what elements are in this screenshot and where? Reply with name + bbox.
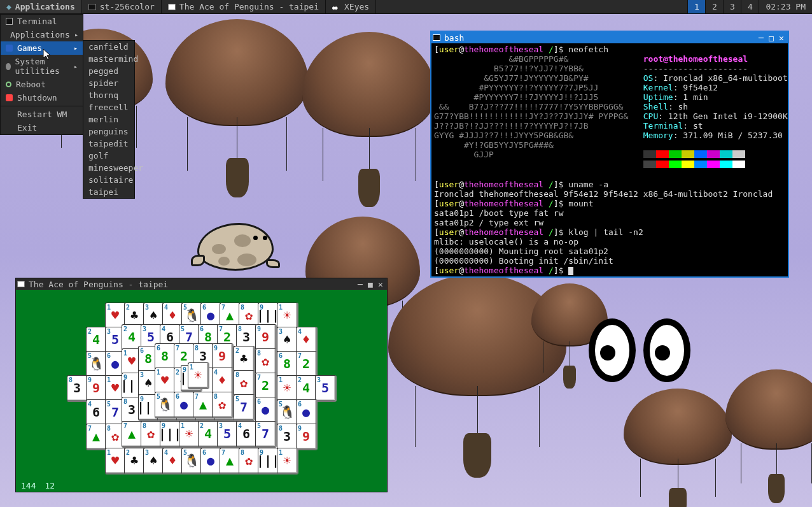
taskbar-task-taipei[interactable]: The Ace of Penguins - taipei xyxy=(162,0,326,13)
terminal-body[interactable]: [user@thehomeoftheseal /]$ neofetch &#BG… xyxy=(431,43,788,276)
games-submenu-item-taipei[interactable]: taipei xyxy=(83,186,134,198)
mahjong-tile[interactable]: 4♦ xyxy=(296,327,318,353)
mahjong-tile[interactable]: 6● xyxy=(255,397,277,424)
mahjong-tile[interactable]: 35 xyxy=(315,375,337,402)
taskbar-applications-button[interactable]: ◆ Applications xyxy=(0,0,82,13)
mahjong-tile[interactable]: 5🐧 xyxy=(86,351,108,378)
mahjong-tile[interactable]: 9||| xyxy=(160,421,181,448)
mahjong-tile[interactable]: 1♥ xyxy=(155,368,176,394)
window-icon xyxy=(168,4,176,10)
mahjong-tile[interactable]: 4♦ xyxy=(162,448,184,475)
mahjong-tile[interactable]: 35 xyxy=(217,421,239,448)
window-icon xyxy=(17,281,25,287)
games-submenu-item-freecell[interactable]: freecell xyxy=(83,101,134,113)
menu-item-exit[interactable]: Exit xyxy=(1,121,83,134)
mahjong-tile[interactable]: 1♥ xyxy=(105,448,127,475)
mahjong-tile[interactable]: 6● xyxy=(200,448,222,475)
taipei-titlebar[interactable]: The Ace of Penguins - taipei ─ ■ ✕ xyxy=(16,278,387,290)
seal-mascot xyxy=(191,220,283,274)
mahjong-tile[interactable]: 7▲ xyxy=(193,392,214,418)
mahjong-tile[interactable]: 24 xyxy=(296,375,318,402)
menu-item-terminal[interactable]: Terminal xyxy=(1,15,83,28)
menu-item-restart-wm[interactable]: Restart WM xyxy=(1,108,83,121)
mahjong-tile[interactable]: 99 xyxy=(212,343,234,370)
maximize-button[interactable]: ■ xyxy=(365,280,375,289)
menu-item-system-utilities[interactable]: System utilities▸ xyxy=(1,55,83,78)
games-submenu-item-penguins[interactable]: penguins xyxy=(83,125,134,138)
menu-item-reboot[interactable]: Reboot xyxy=(1,78,83,91)
mahjong-tile[interactable]: 2♣ xyxy=(124,448,146,475)
mahjong-tile[interactable]: 8✿ xyxy=(255,348,277,375)
maximize-button[interactable]: □ xyxy=(766,33,776,43)
wallpaper-parachute xyxy=(165,19,309,197)
taipei-window[interactable]: The Ace of Penguins - taipei ─ ■ ✕ 1♥2♣3… xyxy=(15,278,388,492)
taskbar-desktop-2[interactable]: 2 xyxy=(705,0,723,13)
taskbar-task-st[interactable]: st-256color xyxy=(82,0,162,13)
menu-item-shutdown[interactable]: Shutdown xyxy=(1,91,83,104)
minimize-button[interactable]: ─ xyxy=(355,280,365,289)
mahjong-tile[interactable]: 99 xyxy=(86,375,108,402)
close-button[interactable]: ✕ xyxy=(375,280,386,289)
games-submenu-item-pegged[interactable]: pegged xyxy=(83,65,134,77)
menu-item-applications[interactable]: Applications▸ xyxy=(1,28,83,41)
mahjong-tile[interactable]: 3♠ xyxy=(143,448,165,475)
mahjong-tile[interactable]: 1☀ xyxy=(277,375,298,402)
mahjong-tile[interactable]: 57 xyxy=(234,394,255,421)
mahjong-tile[interactable]: 72 xyxy=(296,351,318,378)
mahjong-tile[interactable]: 8✿ xyxy=(234,370,255,397)
menu-item-label: Terminal xyxy=(17,17,57,26)
games-submenu-item-spider[interactable]: spider xyxy=(83,77,134,89)
mahjong-tile[interactable]: 83 xyxy=(277,424,298,450)
games-submenu-item-mastermind[interactable]: mastermind xyxy=(83,53,134,65)
games-submenu-item-thornq[interactable]: thornq xyxy=(83,89,134,101)
mahjong-tile[interactable]: 57 xyxy=(255,421,277,448)
mahjong-tile[interactable]: 46 xyxy=(236,421,258,448)
mahjong-tile[interactable]: 99 xyxy=(255,324,277,351)
taskbar-desktop-4[interactable]: 4 xyxy=(741,0,759,13)
mahjong-tile[interactable]: 7▲ xyxy=(86,424,108,450)
games-submenu-item-solitaire[interactable]: solitaire xyxy=(83,174,134,186)
mahjong-tile[interactable]: 1☀ xyxy=(277,448,298,475)
xeyes-window[interactable] xyxy=(589,318,690,382)
minimize-button[interactable]: ─ xyxy=(756,33,766,43)
submenu-arrow-icon: ▸ xyxy=(74,63,78,70)
mahjong-tile[interactable]: 7▲ xyxy=(220,448,241,475)
mahjong-tile[interactable]: 46 xyxy=(86,399,108,426)
games-submenu-item-canfield[interactable]: canfield xyxy=(83,41,134,53)
close-button[interactable]: ✕ xyxy=(776,33,787,43)
mahjong-tile[interactable]: 1☀ xyxy=(188,362,209,389)
mahjong-tile[interactable]: 5🐧 xyxy=(181,448,203,475)
mahjong-tile[interactable]: 7▲ xyxy=(122,421,143,448)
mahjong-tile[interactable]: 5🐧 xyxy=(155,392,176,418)
games-submenu-item-minesweeper[interactable]: minesweeper xyxy=(83,162,134,174)
mahjong-tile[interactable]: 1☀ xyxy=(179,421,200,448)
mahjong-tile[interactable]: 4♦ xyxy=(212,368,234,394)
menu-item-label: Applications xyxy=(10,30,70,39)
mahjong-tile[interactable]: 2♣ xyxy=(234,346,255,373)
games-submenu-item-golf[interactable]: golf xyxy=(83,150,134,162)
mahjong-tile[interactable]: 3♠ xyxy=(277,327,298,353)
mahjong-tile[interactable]: 9||| xyxy=(258,448,279,475)
taskbar-desktop-1[interactable]: 1 xyxy=(687,0,705,13)
mahjong-tile[interactable]: 5🐧 xyxy=(277,399,298,426)
mahjong-tile[interactable]: 8✿ xyxy=(212,392,234,418)
taipei-board[interactable]: 1♥2♣3♠4♦5🐧6●7▲8✿9|||1☀24354657687283991♥… xyxy=(16,290,387,480)
menu-item-games[interactable]: Games▸ xyxy=(1,41,83,55)
mahjong-tile[interactable]: 24 xyxy=(86,327,108,353)
terminal-titlebar[interactable]: bash ─ □ ✕ xyxy=(431,32,788,43)
mahjong-tile[interactable]: 6● xyxy=(174,392,195,418)
taskbar-task-xeyes[interactable]: XEyes xyxy=(326,0,376,13)
terminal-window[interactable]: bash ─ □ ✕ [user@thehomeoftheseal /]$ ne… xyxy=(430,31,789,278)
mahjong-tile[interactable]: 68 xyxy=(155,343,176,370)
taskbar-desktop-3[interactable]: 3 xyxy=(723,0,741,13)
mahjong-tile[interactable]: 68 xyxy=(277,351,298,378)
mahjong-tile[interactable]: 1☀ xyxy=(277,303,298,329)
mahjong-tile[interactable]: 83 xyxy=(67,375,88,402)
games-submenu-item-merlin[interactable]: merlin xyxy=(83,113,134,125)
taskbar-task-label: The Ace of Penguins - taipei xyxy=(179,2,319,11)
mahjong-tile[interactable]: 72 xyxy=(255,373,277,399)
games-submenu-item-taipedit[interactable]: taipedit xyxy=(83,138,134,150)
mahjong-tile[interactable]: 6● xyxy=(296,399,318,426)
mahjong-tile[interactable]: 24 xyxy=(198,421,220,448)
mahjong-tile[interactable]: 99 xyxy=(296,424,318,450)
